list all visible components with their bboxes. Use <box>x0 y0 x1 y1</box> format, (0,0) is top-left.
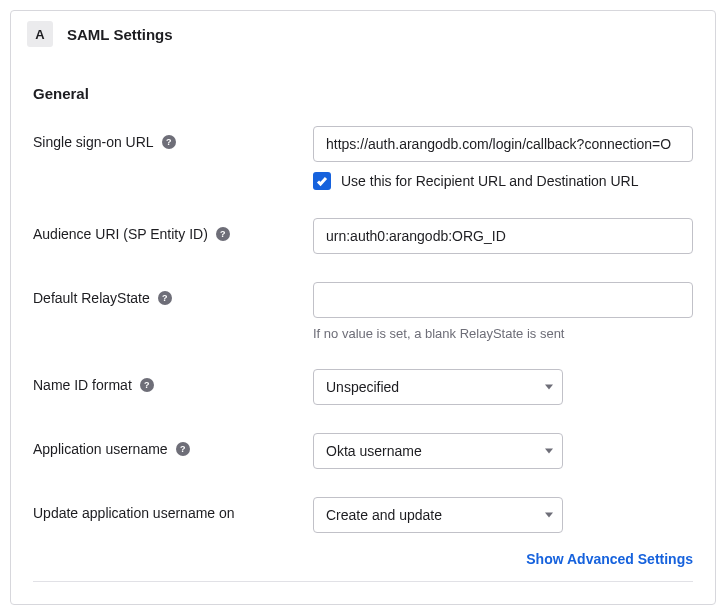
label-text: Audience URI (SP Entity ID) <box>33 226 208 242</box>
input-col-audience-uri <box>313 218 693 254</box>
label-text: Single sign-on URL <box>33 134 154 150</box>
row-app-username: Application username ? Okta username <box>33 433 693 469</box>
select-wrapper: Okta username <box>313 433 563 469</box>
select-wrapper: Create and update <box>313 497 563 533</box>
section-heading-general: General <box>33 85 693 102</box>
row-audience-uri: Audience URI (SP Entity ID) ? <box>33 218 693 254</box>
panel-body: General Single sign-on URL ? Use this fo… <box>11 57 715 604</box>
label-text: Application username <box>33 441 168 457</box>
input-col-name-id-format: Unspecified <box>313 369 693 405</box>
input-col-relay-state: If no value is set, a blank RelayState i… <box>313 282 693 341</box>
label-update-username-on: Update application username on <box>33 497 313 521</box>
check-icon <box>316 175 328 187</box>
show-advanced-settings-link[interactable]: Show Advanced Settings <box>526 551 693 567</box>
row-name-id-format: Name ID format ? Unspecified <box>33 369 693 405</box>
relay-state-input[interactable] <box>313 282 693 318</box>
update-username-on-select[interactable]: Create and update <box>313 497 563 533</box>
label-text: Update application username on <box>33 505 235 521</box>
saml-settings-panel: A SAML Settings General Single sign-on U… <box>10 10 716 605</box>
label-audience-uri: Audience URI (SP Entity ID) ? <box>33 218 313 242</box>
audience-uri-input[interactable] <box>313 218 693 254</box>
input-col-app-username: Okta username <box>313 433 693 469</box>
relay-state-helper: If no value is set, a blank RelayState i… <box>313 326 693 341</box>
help-icon[interactable]: ? <box>162 135 176 149</box>
label-text: Default RelayState <box>33 290 150 306</box>
recipient-url-checkbox[interactable] <box>313 172 331 190</box>
panel-header: A SAML Settings <box>11 11 715 57</box>
help-icon[interactable]: ? <box>216 227 230 241</box>
label-name-id-format: Name ID format ? <box>33 369 313 393</box>
checkbox-row-recipient-url: Use this for Recipient URL and Destinati… <box>313 172 693 190</box>
label-sso-url: Single sign-on URL ? <box>33 126 313 150</box>
row-update-username-on: Update application username on Create an… <box>33 497 693 533</box>
sso-url-input[interactable] <box>313 126 693 162</box>
row-sso-url: Single sign-on URL ? Use this for Recipi… <box>33 126 693 190</box>
label-app-username: Application username ? <box>33 433 313 457</box>
app-username-select[interactable]: Okta username <box>313 433 563 469</box>
advanced-link-row: Show Advanced Settings <box>33 551 693 567</box>
input-col-update-username-on: Create and update <box>313 497 693 533</box>
select-wrapper: Unspecified <box>313 369 563 405</box>
checkbox-label: Use this for Recipient URL and Destinati… <box>341 173 639 189</box>
label-text: Name ID format <box>33 377 132 393</box>
row-relay-state: Default RelayState ? If no value is set,… <box>33 282 693 341</box>
name-id-format-select[interactable]: Unspecified <box>313 369 563 405</box>
panel-title: SAML Settings <box>67 26 173 43</box>
help-icon[interactable]: ? <box>140 378 154 392</box>
step-badge: A <box>27 21 53 47</box>
help-icon[interactable]: ? <box>158 291 172 305</box>
help-icon[interactable]: ? <box>176 442 190 456</box>
input-col-sso-url: Use this for Recipient URL and Destinati… <box>313 126 693 190</box>
divider <box>33 581 693 582</box>
label-relay-state: Default RelayState ? <box>33 282 313 306</box>
